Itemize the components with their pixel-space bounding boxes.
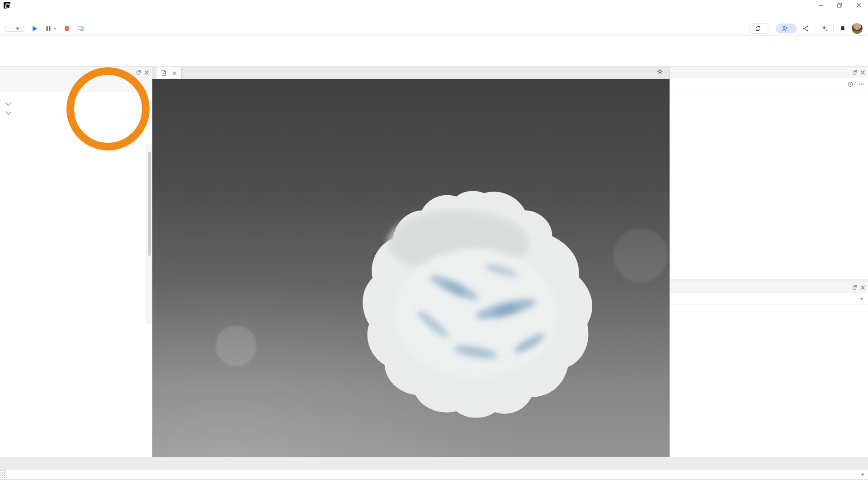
- output-tab-strip: [0, 457, 868, 469]
- roblox-studio-logo-icon: [4, 2, 10, 9]
- drag-handle[interactable]: [0, 469, 6, 479]
- terrain-ghost-blob: [613, 228, 668, 282]
- share-icon[interactable]: [802, 25, 809, 32]
- place-document-tab[interactable]: [156, 67, 182, 79]
- update-button[interactable]: [749, 23, 770, 34]
- divider: [833, 25, 834, 32]
- pause-button[interactable]: [45, 25, 57, 32]
- explorer-panel: [670, 67, 868, 282]
- history-clock-icon[interactable]: [847, 81, 854, 88]
- place-file-icon: [161, 70, 167, 76]
- document-tab-bar: [152, 67, 670, 79]
- title-bar: [0, 0, 868, 10]
- terrain-panel-body: [0, 92, 152, 457]
- terrain-island: [347, 172, 604, 429]
- chevron-down-icon: [5, 100, 11, 106]
- properties-panel: [670, 282, 868, 457]
- update-sync-icon: [755, 25, 761, 32]
- terrain-panel-scrollbar[interactable]: [146, 144, 152, 324]
- close-icon[interactable]: [144, 70, 149, 75]
- quick-access-bar: [0, 22, 868, 36]
- close-window-button[interactable]: [849, 0, 868, 10]
- viewport-settings-gear-icon[interactable]: [656, 68, 663, 75]
- chevron-down-icon: [16, 28, 19, 30]
- chevron-down-icon: [5, 109, 11, 115]
- divider: [815, 25, 815, 32]
- terrain-panel-header: [0, 67, 152, 78]
- close-tab-icon[interactable]: [172, 71, 177, 75]
- explorer-tree: [670, 90, 868, 279]
- notifications-bell-icon[interactable]: [839, 25, 846, 32]
- chevron-down-icon: [860, 298, 863, 300]
- ai-sparkle-icon[interactable]: [821, 25, 828, 32]
- viewport-column: [152, 67, 670, 457]
- bottom-dock: [0, 457, 868, 488]
- play-button[interactable]: [31, 25, 38, 33]
- close-icon[interactable]: [860, 70, 865, 75]
- chevron-down-icon: [54, 28, 57, 29]
- restore-button[interactable]: [830, 0, 849, 10]
- minimize-button[interactable]: [811, 0, 830, 10]
- device-emulation-icon[interactable]: [77, 25, 85, 32]
- terrain-panel-tabs: [0, 78, 152, 92]
- popout-icon[interactable]: [852, 70, 858, 75]
- right-dock: [670, 67, 868, 457]
- ribbon-toolbar: [0, 36, 868, 67]
- close-icon[interactable]: [860, 285, 865, 290]
- collaborate-person-icon: [782, 25, 788, 32]
- terrain-editor-panel: [0, 67, 152, 457]
- brush-settings-header[interactable]: [6, 102, 146, 105]
- collaborate-button[interactable]: [776, 23, 797, 33]
- material-settings-header[interactable]: [6, 111, 146, 114]
- 3d-viewport[interactable]: [152, 79, 670, 457]
- user-avatar[interactable]: [852, 23, 863, 34]
- chevron-down-icon: [861, 474, 864, 476]
- explorer-search-bar[interactable]: [670, 78, 868, 90]
- test-mode-dropdown[interactable]: [5, 26, 24, 32]
- command-bar[interactable]: [0, 469, 868, 480]
- popout-icon[interactable]: [852, 285, 858, 290]
- stop-button[interactable]: [63, 25, 71, 32]
- more-options-icon[interactable]: [858, 81, 864, 87]
- properties-filter-input[interactable]: [670, 293, 868, 305]
- terrain-ghost-blob: [216, 325, 256, 366]
- popout-icon[interactable]: [136, 70, 142, 75]
- menu-bar: [0, 10, 868, 22]
- roblox-studio-window: [0, 0, 868, 488]
